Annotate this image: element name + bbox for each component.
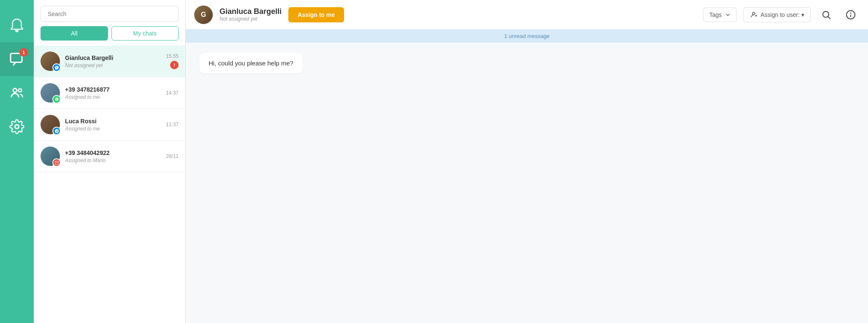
chat-name: Luca Rossi	[65, 118, 166, 125]
chat-list: Gianluca Bargelli Not assigned yet 15.55…	[34, 46, 185, 323]
avatar-wrap	[41, 83, 60, 103]
channel-badge	[52, 63, 61, 72]
svg-point-2	[13, 89, 17, 92]
chat-name: Gianluca Bargelli	[65, 54, 166, 61]
chat-info: Luca Rossi Assigned to me	[65, 118, 166, 132]
nav-item-settings[interactable]	[0, 110, 34, 144]
chat-list-item[interactable]: Gianluca Bargelli Not assigned yet 15.55…	[34, 46, 185, 77]
header-info: Gianluca Bargelli Not assigned yet	[220, 7, 282, 22]
svg-point-5	[752, 12, 755, 15]
chat-info: +39 3478216877 Assigned to me	[65, 86, 166, 100]
chat-time: 14:37	[166, 90, 179, 96]
avatar-wrap	[41, 147, 60, 166]
chat-name: +39 3484042922	[65, 149, 166, 156]
svg-line-9	[828, 16, 831, 19]
settings-icon	[9, 119, 24, 134]
avatar-wrap	[41, 52, 60, 71]
chat-badge: 1	[19, 48, 28, 57]
chat-info: +39 3484042922 Assigned to Mario	[65, 149, 166, 163]
chat-sub: Assigned to me	[65, 126, 166, 132]
search-area	[34, 0, 185, 26]
nav-item-chats[interactable]: 1	[0, 42, 34, 76]
nav-sidebar: 1	[0, 0, 34, 323]
svg-point-3	[19, 89, 22, 92]
chat-meta: 14:37	[166, 90, 179, 96]
chat-time: 26/11	[166, 153, 179, 159]
info-icon	[846, 10, 856, 20]
chat-header: G Gianluca Bargelli Not assigned yet Ass…	[186, 0, 868, 30]
channel-badge	[52, 158, 61, 167]
chat-sub: Not assigned yet	[65, 62, 166, 68]
search-input[interactable]	[41, 6, 179, 22]
assign-user-icon	[750, 11, 757, 19]
tags-dropdown[interactable]: Tags	[703, 8, 737, 22]
chat-meta: 15.55 !	[166, 53, 179, 69]
chevron-down-icon	[725, 12, 730, 17]
contacts-icon	[9, 85, 24, 100]
nav-item-notifications[interactable]	[0, 8, 34, 42]
filter-tab-all[interactable]: All	[41, 26, 108, 41]
alert-badge: !	[170, 61, 179, 69]
chat-main: G Gianluca Bargelli Not assigned yet Ass…	[186, 0, 868, 323]
message-bubble: Hi, could you please help me?	[199, 53, 303, 73]
chat-time: 15.55	[166, 53, 179, 59]
chat-meta: 11:37	[166, 122, 179, 128]
channel-badge	[52, 95, 61, 103]
chat-list-item[interactable]: Luca Rossi Assigned to me 11:37	[34, 109, 185, 141]
channel-badge	[52, 127, 61, 135]
svg-point-4	[15, 125, 19, 129]
info-button[interactable]	[842, 6, 860, 24]
messages-area: Hi, could you please help me?	[186, 43, 868, 323]
chat-info: Gianluca Bargelli Not assigned yet	[65, 54, 166, 68]
unread-banner: 1 unread message	[186, 30, 868, 43]
chat-list-item[interactable]: +39 3484042922 Assigned to Mario 26/11	[34, 141, 185, 172]
nav-item-contacts[interactable]	[0, 76, 34, 110]
filter-tab-my-chats[interactable]: My chats	[111, 26, 179, 41]
header-status: Not assigned yet	[220, 16, 282, 22]
chat-list-panel: All My chats Gianluca Bargelli Not assig…	[34, 0, 186, 323]
tags-label: Tags	[709, 11, 722, 18]
chat-sub: Assigned to Mario	[65, 157, 166, 163]
svg-point-8	[823, 11, 829, 17]
chat-time: 11:37	[166, 122, 179, 128]
bell-icon	[9, 18, 24, 33]
header-name: Gianluca Bargelli	[220, 7, 282, 16]
filter-tabs: All My chats	[34, 26, 185, 46]
search-header-button[interactable]	[817, 6, 835, 24]
chat-list-item[interactable]: +39 3478216877 Assigned to me 14:37	[34, 77, 185, 109]
assign-user-label: Assign to user: ▾	[761, 11, 805, 18]
chat-name: +39 3478216877	[65, 86, 166, 93]
chat-meta: 26/11	[166, 153, 179, 159]
avatar-wrap	[41, 115, 60, 134]
header-avatar: G	[194, 5, 213, 24]
assign-user-button[interactable]: Assign to user: ▾	[743, 7, 811, 22]
search-icon	[821, 10, 831, 20]
chat-sub: Assigned to me	[65, 94, 166, 100]
assign-to-me-button[interactable]: Assign to me	[288, 7, 344, 22]
